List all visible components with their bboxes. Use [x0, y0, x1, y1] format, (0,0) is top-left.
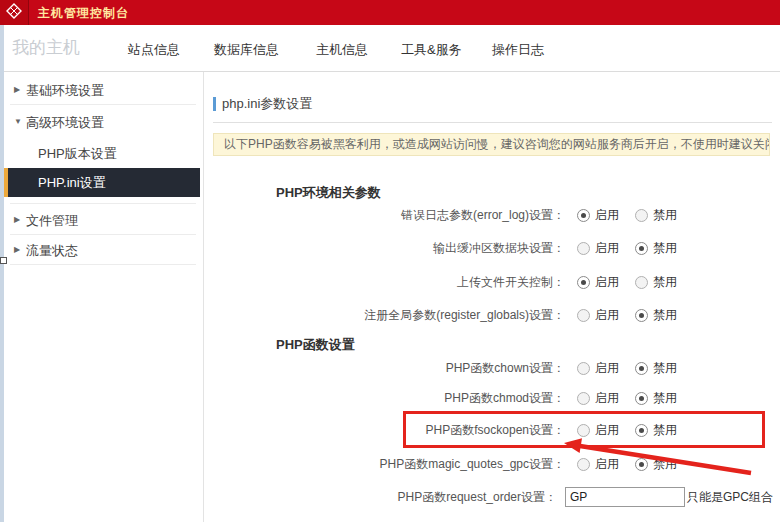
input-hint: 只能是GPC组合 [687, 489, 773, 506]
gem-logo-icon [6, 3, 22, 23]
radio-enable[interactable] [577, 309, 590, 322]
setting-row-fsockopen: PHP函数fsockopen设置： 启用 禁用 [213, 420, 773, 440]
sidebar-item-basic-env[interactable]: ▶ 基础环境设置 [4, 82, 200, 102]
setting-row-chmod: PHP函数chmod设置： 启用 禁用 [213, 388, 773, 408]
radio-disable-label[interactable]: 禁用 [653, 390, 677, 407]
radio-disable[interactable] [635, 276, 648, 289]
setting-row-register-globals: 注册全局参数(register_globals)设置： 启用 禁用 [213, 305, 773, 325]
radio-disable-label[interactable]: 禁用 [653, 307, 677, 324]
setting-row-request-order: PHP函数request_order设置： 只能是GPC组合 [213, 487, 773, 507]
logo [0, 0, 29, 25]
radio-disable-label[interactable]: 禁用 [653, 274, 677, 291]
radio-disable[interactable] [635, 392, 648, 405]
setting-row-upload-switch: 上传文件开关控制： 启用 禁用 [213, 272, 773, 292]
radio-disable[interactable] [635, 209, 648, 222]
chevron-right-icon: ▶ [14, 245, 20, 254]
tab-host-info[interactable]: 主机信息 [316, 41, 368, 59]
warning-notice: 以下PHP函数容易被黑客利用，或造成网站访问慢，建议咨询您的网站服务商后开启，不… [213, 133, 770, 156]
radio-enable[interactable] [577, 242, 590, 255]
radio-enable-label[interactable]: 启用 [595, 390, 619, 407]
radio-enable-label[interactable]: 启用 [595, 240, 619, 257]
title-accent-bar [213, 97, 216, 111]
radio-disable[interactable] [635, 242, 648, 255]
sidebar: ▶ 基础环境设置 ▼ 高级环境设置 PHP版本设置 PHP.ini设置 ▶ 文件… [4, 72, 204, 522]
sidebar-item-file-manager[interactable]: ▶ 文件管理 [4, 212, 200, 232]
tab-operation-log[interactable]: 操作日志 [492, 41, 544, 59]
chevron-right-icon: ▶ [14, 85, 20, 94]
radio-disable-label[interactable]: 禁用 [653, 456, 677, 473]
request-order-input[interactable] [565, 487, 685, 507]
radio-disable-label[interactable]: 禁用 [653, 360, 677, 377]
radio-disable[interactable] [635, 309, 648, 322]
title-divider [213, 122, 772, 123]
radio-enable-label[interactable]: 启用 [595, 207, 619, 224]
chevron-down-icon: ▼ [14, 117, 22, 126]
radio-disable-label[interactable]: 禁用 [653, 240, 677, 257]
radio-disable-label[interactable]: 禁用 [653, 422, 677, 439]
radio-disable-label[interactable]: 禁用 [653, 207, 677, 224]
host-management-console: 主机管理控制台 我的主机 站点信息 数据库信息 主机信息 工具&服务 操作日志 … [0, 0, 780, 522]
section-php-functions: PHP函数设置 [276, 336, 355, 354]
setting-row-magic-quotes-gpc: PHP函数magic_quotes_gpc设置： 启用 禁用 [213, 454, 773, 474]
radio-enable-label[interactable]: 启用 [595, 422, 619, 439]
tab-site-info[interactable]: 站点信息 [128, 41, 180, 59]
sidebar-divider [10, 234, 196, 235]
radio-enable[interactable] [577, 209, 590, 222]
selection-handle [0, 257, 7, 264]
sidebar-item-php-version[interactable]: PHP版本设置 [4, 145, 200, 165]
radio-disable[interactable] [635, 458, 648, 471]
sidebar-divider [10, 203, 196, 204]
radio-enable[interactable] [577, 392, 590, 405]
chevron-right-icon: ▶ [14, 215, 20, 224]
sidebar-divider [10, 264, 196, 265]
radio-enable-label[interactable]: 启用 [595, 360, 619, 377]
radio-enable[interactable] [577, 276, 590, 289]
sidebar-item-traffic-status[interactable]: ▶ 流量状态 [4, 242, 200, 262]
tab-database-info[interactable]: 数据库信息 [214, 41, 279, 59]
sidebar-item-php-ini-active[interactable]: PHP.ini设置 [4, 168, 200, 197]
sidebar-item-advanced-env[interactable]: ▼ 高级环境设置 [4, 114, 200, 134]
radio-enable[interactable] [577, 424, 590, 437]
radio-disable[interactable] [635, 362, 648, 375]
sidebar-divider [10, 104, 196, 105]
tab-tools-services[interactable]: 工具&服务 [401, 41, 462, 59]
section-php-env-params: PHP环境相关参数 [276, 184, 381, 202]
radio-enable-label[interactable]: 启用 [595, 307, 619, 324]
radio-enable-label[interactable]: 启用 [595, 456, 619, 473]
radio-disable[interactable] [635, 424, 648, 437]
setting-row-error-log: 错误日志参数(error_log)设置： 启用 禁用 [213, 205, 773, 225]
page-title: php.ini参数设置 [222, 95, 312, 113]
nav-my-host[interactable]: 我的主机 [12, 36, 80, 59]
setting-row-chown: PHP函数chown设置： 启用 禁用 [213, 358, 773, 378]
app-title: 主机管理控制台 [38, 5, 129, 22]
radio-enable-label[interactable]: 启用 [595, 274, 619, 291]
radio-enable[interactable] [577, 458, 590, 471]
setting-row-output-buffer: 输出缓冲区数据块设置： 启用 禁用 [213, 238, 773, 258]
radio-enable[interactable] [577, 362, 590, 375]
main-content: php.ini参数设置 以下PHP函数容易被黑客利用，或造成网站访问慢，建议咨询… [213, 72, 780, 522]
topbar: 主机管理控制台 [0, 0, 780, 25]
header-nav: 我的主机 站点信息 数据库信息 主机信息 工具&服务 操作日志 [4, 25, 780, 72]
